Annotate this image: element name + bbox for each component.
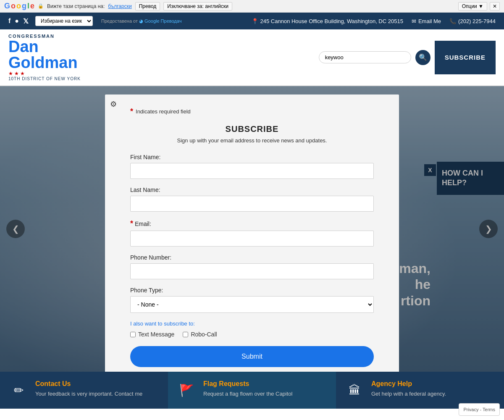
header-right: 🔍 SUBSCRIBE xyxy=(319,41,496,74)
social-icons: f ● 𝕏 xyxy=(8,17,29,25)
subscribe-button[interactable]: SUBSCRIBE xyxy=(435,41,496,74)
flags-title: Flag Requests xyxy=(203,380,292,388)
site-logo[interactable]: CONGRESSMAN Dan Goldman ★★★ 10TH DISTRIC… xyxy=(8,34,81,81)
submit-button[interactable]: Submit xyxy=(130,346,374,367)
text-message-label: Text Message xyxy=(138,331,174,338)
email-required-star: * xyxy=(130,219,133,228)
logo-stars: ★★★ xyxy=(8,71,81,76)
facebook-icon[interactable]: f xyxy=(8,17,10,25)
email-label: Email Me xyxy=(418,18,441,24)
lock-icon: 🔒 xyxy=(38,3,44,9)
flags-text: Request a flag flown over the Capitol xyxy=(203,390,292,398)
agency-icon: 🏛 xyxy=(344,380,365,400)
privacy-text: Privacy - Terms xyxy=(463,407,495,412)
required-star: * xyxy=(130,107,133,116)
site-header: CONGRESSMAN Dan Goldman ★★★ 10TH DISTRIC… xyxy=(0,29,504,86)
google-translate-bar: Google 🔒 Вижте тази страница на: българс… xyxy=(0,0,504,13)
modal-overlay: ⚙ * Indicates required field SUBSCRIBE S… xyxy=(0,86,504,372)
phone-group: Phone Number: xyxy=(130,254,374,279)
last-name-group: Last Name: xyxy=(130,186,374,212)
text-message-checkbox-label[interactable]: Text Message xyxy=(130,331,174,338)
phone-input[interactable] xyxy=(130,263,374,279)
exclude-button[interactable]: Изключване за: английски xyxy=(163,2,232,10)
translate-prompt: Вижте тази страница на: xyxy=(47,3,105,9)
footer-card-contact[interactable]: ✏ Contact Us Your feedback is very impor… xyxy=(0,372,168,409)
flag-icon: 🚩 xyxy=(176,380,197,400)
email-input[interactable] xyxy=(130,231,374,247)
footer-cards: ✏ Contact Us Your feedback is very impor… xyxy=(0,372,504,409)
email-group: * Email: xyxy=(130,219,374,247)
robo-call-checkbox[interactable] xyxy=(183,332,188,337)
office-address: 📍 245 Cannon House Office Building, Wash… xyxy=(252,18,403,24)
contact-icon: ✏ xyxy=(8,380,29,400)
twitter-icon[interactable]: 𝕏 xyxy=(23,17,29,25)
required-text: Indicates required field xyxy=(136,108,191,115)
contact-title: Contact Us xyxy=(35,380,142,388)
phone-type-select[interactable]: - None - Cell Home Work xyxy=(130,296,374,313)
first-name-group: First Name: xyxy=(130,154,374,179)
instagram-icon[interactable]: ● xyxy=(15,17,19,25)
footer-card-flags[interactable]: 🚩 Flag Requests Request a flag flown ove… xyxy=(168,372,336,409)
phone-form-label: Phone Number: xyxy=(130,254,374,261)
modal-subtitle: Sign up with your email address to recei… xyxy=(130,137,374,144)
language-selector[interactable]: Избиране на език xyxy=(35,16,93,26)
last-name-input[interactable] xyxy=(130,196,374,212)
location-icon: 📍 xyxy=(252,18,258,24)
contact-text: Your feedback is very important. Contact… xyxy=(35,390,142,398)
close-translate-button[interactable]: ✕ xyxy=(490,2,500,10)
top-navigation: f ● 𝕏 Избиране на език Предоставена от ◕… xyxy=(0,13,504,29)
translate-credit: Предоставена от ◕ Google Преводач xyxy=(101,18,181,24)
text-message-checkbox[interactable] xyxy=(130,332,136,337)
robo-call-label: Robo-Call xyxy=(191,331,217,338)
options-button[interactable]: Опции ▼ xyxy=(458,2,487,10)
phone-icon: 📞 xyxy=(449,18,456,24)
language-link[interactable]: български xyxy=(108,3,131,9)
agency-title: Agency Help xyxy=(371,380,446,388)
search-button[interactable]: 🔍 xyxy=(415,50,430,65)
first-name-label: First Name: xyxy=(130,154,374,160)
phone-number: 📞 (202) 225-7944 xyxy=(449,18,496,24)
first-name-input[interactable] xyxy=(130,163,374,179)
email-link[interactable]: ✉ Email Me xyxy=(412,18,441,24)
checkbox-row: Text Message Robo-Call xyxy=(130,331,374,338)
google-logo: Google xyxy=(4,2,34,10)
logo-name: Dan Goldman xyxy=(8,39,81,71)
phone-type-label: Phone Type: xyxy=(130,287,374,294)
robo-call-checkbox-label[interactable]: Robo-Call xyxy=(183,331,217,338)
last-name-label: Last Name: xyxy=(130,186,374,193)
privacy-badge: Privacy - Terms xyxy=(459,403,500,416)
translate-button[interactable]: Превод xyxy=(135,2,160,10)
modal-close-button[interactable]: ⚙ xyxy=(110,100,117,109)
hero-section: ❮ ❯ man, he rtion X HOW CAN I HELP? ⚙ * … xyxy=(0,86,504,372)
required-note: * Indicates required field xyxy=(130,107,374,116)
logo-district: 10TH DISTRICT OF NEW YORK xyxy=(8,76,81,81)
name-last: Goldman xyxy=(8,54,78,71)
email-form-label: * Email: xyxy=(130,219,374,228)
email-icon: ✉ xyxy=(412,18,416,24)
modal-title: SUBSCRIBE xyxy=(130,124,374,134)
google-translate-logo: ◕ Google Преводач xyxy=(139,18,181,24)
also-subscribe-label: I also want to subscribe to: xyxy=(130,320,374,327)
name-first: Dan xyxy=(8,38,39,55)
subscribe-modal: ⚙ * Indicates required field SUBSCRIBE S… xyxy=(105,94,399,372)
phone-text: (202) 225-7944 xyxy=(458,18,496,24)
search-input[interactable] xyxy=(319,51,411,63)
address-text: 245 Cannon House Office Building, Washin… xyxy=(260,18,403,24)
agency-text: Get help with a federal agency. xyxy=(371,390,446,398)
phone-type-group: Phone Type: - None - Cell Home Work xyxy=(130,287,374,313)
